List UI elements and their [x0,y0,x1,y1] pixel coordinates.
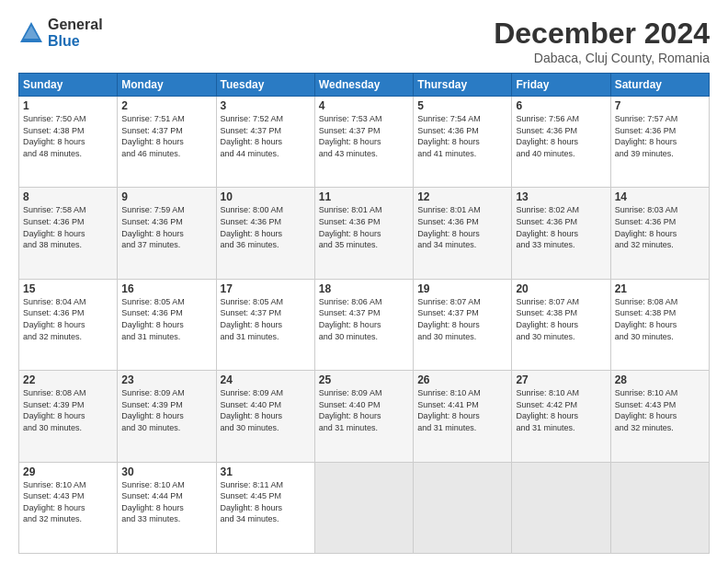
day-number: 2 [121,99,211,112]
day-number: 13 [516,190,606,203]
day-number: 31 [221,465,311,478]
table-row: 21Sunrise: 8:08 AMSunset: 4:38 PMDayligh… [610,279,709,370]
day-number: 14 [615,190,705,203]
table-row: 29Sunrise: 8:10 AMSunset: 4:43 PMDayligh… [19,462,118,553]
table-row [610,462,709,553]
table-row: 18Sunrise: 8:06 AMSunset: 4:37 PMDayligh… [314,279,413,370]
day-info: Sunrise: 7:51 AMSunset: 4:37 PMDaylight:… [121,113,211,159]
day-info: Sunrise: 7:58 AMSunset: 4:36 PMDaylight:… [23,204,113,250]
day-info: Sunrise: 7:57 AMSunset: 4:36 PMDaylight:… [615,113,705,159]
header-wednesday: Wednesday [314,74,413,97]
day-number: 22 [23,373,113,386]
table-row: 27Sunrise: 8:10 AMSunset: 4:42 PMDayligh… [512,371,610,462]
table-row [414,462,512,553]
calendar-table: Sunday Monday Tuesday Wednesday Thursday… [18,73,710,554]
calendar: Sunday Monday Tuesday Wednesday Thursday… [18,73,710,554]
day-info: Sunrise: 8:10 AMSunset: 4:44 PMDaylight:… [121,479,211,525]
day-number: 12 [417,190,507,203]
day-number: 23 [121,373,211,386]
day-info: Sunrise: 7:59 AMSunset: 4:36 PMDaylight:… [121,204,211,250]
day-info: Sunrise: 8:07 AMSunset: 4:38 PMDaylight:… [516,296,606,342]
day-info: Sunrise: 8:01 AMSunset: 4:36 PMDaylight:… [319,204,409,250]
day-info: Sunrise: 8:07 AMSunset: 4:37 PMDaylight:… [417,296,507,342]
calendar-week-1: 8Sunrise: 7:58 AMSunset: 4:36 PMDaylight… [19,188,710,279]
day-number: 25 [319,373,409,386]
day-info: Sunrise: 8:03 AMSunset: 4:36 PMDaylight:… [615,204,705,250]
day-info: Sunrise: 7:50 AMSunset: 4:38 PMDaylight:… [23,113,113,159]
day-number: 4 [319,99,409,112]
day-number: 7 [615,99,705,112]
table-row: 14Sunrise: 8:03 AMSunset: 4:36 PMDayligh… [610,188,709,279]
day-info: Sunrise: 8:09 AMSunset: 4:39 PMDaylight:… [121,387,211,433]
table-row: 6Sunrise: 7:56 AMSunset: 4:36 PMDaylight… [512,97,610,188]
day-info: Sunrise: 7:53 AMSunset: 4:37 PMDaylight:… [319,113,409,159]
month-title: December 2024 [494,17,710,51]
table-row: 1Sunrise: 7:50 AMSunset: 4:38 PMDaylight… [19,97,118,188]
day-info: Sunrise: 8:06 AMSunset: 4:37 PMDaylight:… [319,296,409,342]
day-info: Sunrise: 7:52 AMSunset: 4:37 PMDaylight:… [221,113,311,159]
logo-icon [18,20,44,46]
day-number: 11 [319,190,409,203]
header-friday: Friday [512,74,610,97]
table-row: 17Sunrise: 8:05 AMSunset: 4:37 PMDayligh… [216,279,314,370]
table-row: 8Sunrise: 7:58 AMSunset: 4:36 PMDaylight… [19,188,118,279]
day-info: Sunrise: 8:10 AMSunset: 4:43 PMDaylight:… [23,479,113,525]
day-number: 18 [319,282,409,295]
day-info: Sunrise: 8:10 AMSunset: 4:41 PMDaylight:… [417,387,507,433]
header-sunday: Sunday [19,74,118,97]
table-row: 2Sunrise: 7:51 AMSunset: 4:37 PMDaylight… [118,97,216,188]
logo-general: General [48,17,103,33]
table-row: 20Sunrise: 8:07 AMSunset: 4:38 PMDayligh… [512,279,610,370]
location: Dabaca, Cluj County, Romania [494,51,710,65]
day-number: 19 [417,282,507,295]
table-row: 30Sunrise: 8:10 AMSunset: 4:44 PMDayligh… [118,462,216,553]
day-number: 29 [23,465,113,478]
table-row: 22Sunrise: 8:08 AMSunset: 4:39 PMDayligh… [19,371,118,462]
day-info: Sunrise: 8:09 AMSunset: 4:40 PMDaylight:… [319,387,409,433]
day-number: 10 [221,190,311,203]
day-number: 1 [23,99,113,112]
day-info: Sunrise: 8:10 AMSunset: 4:42 PMDaylight:… [516,387,606,433]
header: General Blue December 2024 Dabaca, Cluj … [18,17,710,65]
table-row: 23Sunrise: 8:09 AMSunset: 4:39 PMDayligh… [118,371,216,462]
table-row: 24Sunrise: 8:09 AMSunset: 4:40 PMDayligh… [216,371,314,462]
day-number: 8 [23,190,113,203]
table-row: 5Sunrise: 7:54 AMSunset: 4:36 PMDaylight… [414,97,512,188]
table-row: 11Sunrise: 8:01 AMSunset: 4:36 PMDayligh… [314,188,413,279]
day-info: Sunrise: 8:05 AMSunset: 4:36 PMDaylight:… [121,296,211,342]
table-row: 31Sunrise: 8:11 AMSunset: 4:45 PMDayligh… [216,462,314,553]
header-tuesday: Tuesday [216,74,314,97]
logo: General Blue [18,17,103,49]
calendar-week-4: 29Sunrise: 8:10 AMSunset: 4:43 PMDayligh… [19,462,710,553]
day-number: 5 [417,99,507,112]
day-info: Sunrise: 8:09 AMSunset: 4:40 PMDaylight:… [221,387,311,433]
table-row: 10Sunrise: 8:00 AMSunset: 4:36 PMDayligh… [216,188,314,279]
table-row: 9Sunrise: 7:59 AMSunset: 4:36 PMDaylight… [118,188,216,279]
day-info: Sunrise: 8:08 AMSunset: 4:38 PMDaylight:… [615,296,705,342]
header-thursday: Thursday [414,74,512,97]
calendar-week-0: 1Sunrise: 7:50 AMSunset: 4:38 PMDaylight… [19,97,710,188]
table-row: 3Sunrise: 7:52 AMSunset: 4:37 PMDaylight… [216,97,314,188]
day-number: 3 [221,99,311,112]
day-info: Sunrise: 8:00 AMSunset: 4:36 PMDaylight:… [221,204,311,250]
day-number: 28 [615,373,705,386]
day-number: 20 [516,282,606,295]
table-row: 13Sunrise: 8:02 AMSunset: 4:36 PMDayligh… [512,188,610,279]
page: General Blue December 2024 Dabaca, Cluj … [0,0,728,563]
table-row: 15Sunrise: 8:04 AMSunset: 4:36 PMDayligh… [19,279,118,370]
logo-blue: Blue [48,33,103,50]
day-info: Sunrise: 8:01 AMSunset: 4:36 PMDaylight:… [417,204,507,250]
table-row [512,462,610,553]
day-number: 6 [516,99,606,112]
header-saturday: Saturday [610,74,709,97]
day-info: Sunrise: 7:56 AMSunset: 4:36 PMDaylight:… [516,113,606,159]
day-number: 17 [221,282,311,295]
day-info: Sunrise: 8:05 AMSunset: 4:37 PMDaylight:… [221,296,311,342]
day-number: 15 [23,282,113,295]
table-row: 4Sunrise: 7:53 AMSunset: 4:37 PMDaylight… [314,97,413,188]
day-number: 24 [221,373,311,386]
table-row: 19Sunrise: 8:07 AMSunset: 4:37 PMDayligh… [414,279,512,370]
day-number: 9 [121,190,211,203]
calendar-week-2: 15Sunrise: 8:04 AMSunset: 4:36 PMDayligh… [19,279,710,370]
day-number: 27 [516,373,606,386]
